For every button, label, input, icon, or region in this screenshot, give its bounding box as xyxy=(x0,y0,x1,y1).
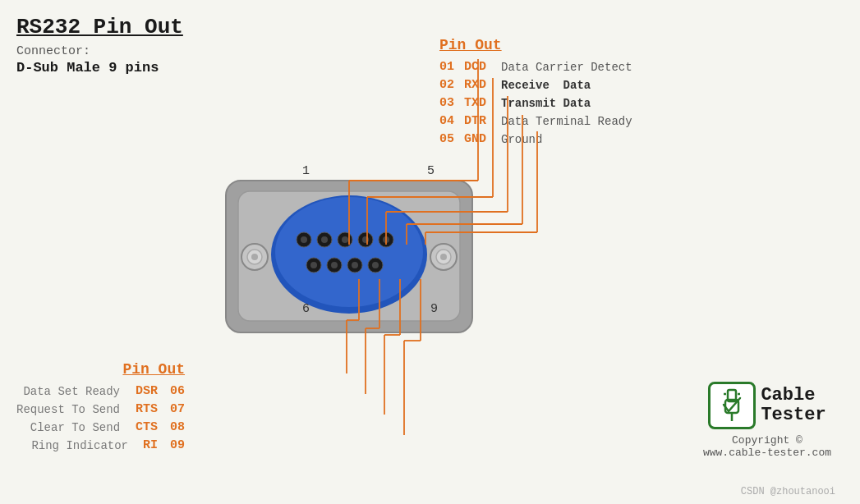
cable-tester-logo: Cable Tester Copyright © www.cable-teste… xyxy=(703,382,831,459)
pin-desc-ri: Ring Indicator xyxy=(31,439,128,452)
pin-desc-rxd: Receive Data xyxy=(501,79,591,92)
svg-point-19 xyxy=(301,236,307,243)
pin-out-title-top: Pin Out xyxy=(439,37,632,53)
svg-point-4 xyxy=(251,254,258,260)
svg-point-21 xyxy=(342,236,348,243)
logo-cable: Cable xyxy=(761,386,826,405)
pin-row-09: Ring Indicator RI 09 xyxy=(16,438,185,452)
pin-row-06: Data Set Ready DSR 06 xyxy=(16,384,185,398)
pin-abbr-gnd: GND xyxy=(464,132,501,146)
svg-point-23 xyxy=(383,236,389,243)
svg-point-22 xyxy=(362,236,369,243)
pin-desc-dsr: Data Set Ready xyxy=(23,385,120,398)
pin-label-1: 1 xyxy=(302,164,310,178)
pin-row-04: 04 DTR Data Terminal Ready xyxy=(439,114,632,128)
svg-point-7 xyxy=(440,254,447,260)
svg-point-9 xyxy=(275,197,423,307)
svg-point-26 xyxy=(352,262,358,268)
svg-point-25 xyxy=(331,262,338,268)
pin-out-title-bottom: Pin Out xyxy=(16,361,185,378)
pin-row-01: 01 DCD Data Carrier Detect xyxy=(439,60,632,74)
pin-num-01: 01 xyxy=(439,60,464,74)
logo-icon xyxy=(708,382,756,429)
pin-num-07: 07 xyxy=(162,402,185,416)
pin-row-02: 02 RXD Receive Data xyxy=(439,78,632,92)
pin-abbr-dsr: DSR xyxy=(126,384,158,398)
pin-desc-txd: Transmit Data xyxy=(501,97,591,110)
main-title: RS232 Pin Out xyxy=(16,15,183,39)
pin-num-03: 03 xyxy=(439,96,464,110)
pin-row-05: 05 GND Ground xyxy=(439,132,632,146)
pin-desc-cts: Clear To Send xyxy=(30,421,120,434)
pin-label-5: 5 xyxy=(427,164,435,178)
pin-abbr-ri: RI xyxy=(135,438,158,452)
pin-abbr-rxd: RXD xyxy=(464,78,501,92)
pin-desc-rts: Request To Send xyxy=(16,403,120,416)
website-text: www.cable-tester.com xyxy=(703,447,831,459)
pin-num-06: 06 xyxy=(162,384,185,398)
pin-abbr-rts: RTS xyxy=(126,402,158,416)
pin-row-08: Clear To Send CTS 08 xyxy=(16,420,185,434)
pin-out-bottom: Pin Out Data Set Ready DSR 06 Request To… xyxy=(16,361,185,456)
plug-icon xyxy=(717,388,747,423)
logo-tester: Tester xyxy=(761,405,826,425)
connector-diagram xyxy=(209,152,489,365)
pin-num-05: 05 xyxy=(439,132,464,146)
pin-label-9: 9 xyxy=(430,302,438,316)
pin-desc-gnd: Ground xyxy=(501,133,542,146)
copyright-text: Copyright © xyxy=(703,434,831,447)
pin-num-04: 04 xyxy=(439,114,464,128)
pin-row-07: Request To Send RTS 07 xyxy=(16,402,185,416)
pin-row-03: 03 TXD Transmit Data xyxy=(439,96,632,110)
pin-num-08: 08 xyxy=(162,420,185,434)
watermark: CSDN @zhoutanooi xyxy=(741,486,835,497)
connector-label: Connector: xyxy=(16,44,183,58)
pin-abbr-dtr: DTR xyxy=(464,114,501,128)
pin-abbr-dcd: DCD xyxy=(464,60,501,74)
svg-point-20 xyxy=(321,236,328,243)
pin-label-6: 6 xyxy=(302,302,310,316)
pin-abbr-cts: CTS xyxy=(126,420,158,434)
pin-out-top: Pin Out 01 DCD Data Carrier Detect 02 RX… xyxy=(439,37,632,150)
pin-desc-dtr: Data Terminal Ready xyxy=(501,115,632,128)
title-area: RS232 Pin Out Connector: D-Sub Male 9 pi… xyxy=(16,15,183,76)
pin-desc-dcd: Data Carrier Detect xyxy=(501,61,632,74)
connector-type: D-Sub Male 9 pins xyxy=(16,60,183,76)
logo-text: Cable Tester xyxy=(761,386,826,425)
pin-num-09: 09 xyxy=(162,438,185,452)
pin-num-02: 02 xyxy=(439,78,464,92)
pin-abbr-txd: TXD xyxy=(464,96,501,110)
svg-point-24 xyxy=(310,262,317,268)
svg-point-27 xyxy=(372,262,379,268)
